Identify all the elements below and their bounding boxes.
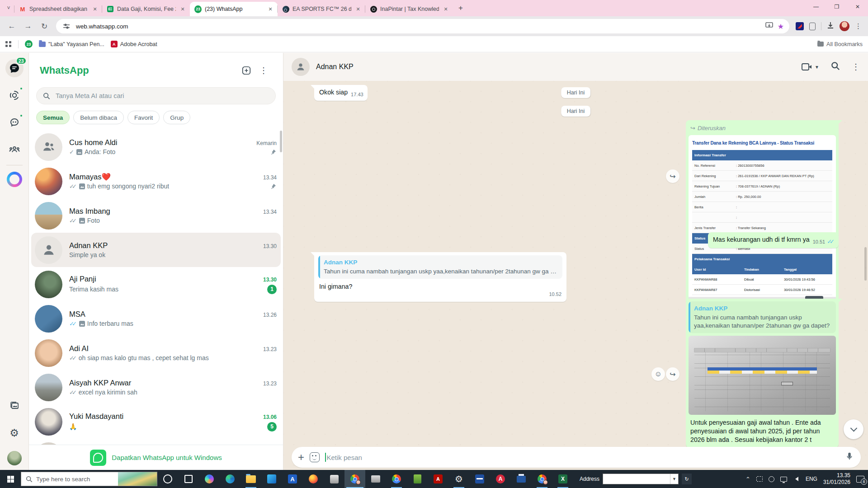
task-view-icon[interactable] — [178, 470, 199, 488]
chrome-profile3-icon[interactable] — [532, 470, 552, 488]
filter-favorit[interactable]: Favorit — [127, 111, 160, 124]
bookmark-laba[interactable]: "Laba" Yayasan Pen... — [39, 41, 104, 47]
quoted-message[interactable]: Adnan KKP Tahun ini cuma nambah tunjanga… — [689, 301, 836, 333]
extension-idm-icon[interactable] — [796, 22, 804, 30]
address-bar[interactable]: web.whatsapp.com ★ — [56, 19, 789, 33]
start-button[interactable] — [0, 470, 21, 488]
minimize-button[interactable]: — — [806, 0, 826, 14]
extension-icon[interactable] — [809, 23, 816, 30]
attach-plus-icon[interactable]: + — [298, 451, 304, 464]
search-bar[interactable] — [36, 87, 276, 104]
chat-list-item[interactable]: Mas Imbang13.34 ✓✓Foto — [29, 198, 283, 233]
notification-center-icon[interactable]: 8 — [856, 476, 864, 483]
conversation-header[interactable]: Adnan KKP ▼ ⋮ — [283, 53, 868, 81]
filter-semua[interactable]: Semua — [36, 111, 70, 124]
chevron-down-icon[interactable]: ▼ — [670, 474, 678, 484]
tab-sheets[interactable]: Data Gaji, Komisi, Fee 2026.xlsx ✕ — [102, 2, 190, 16]
nav-status-icon[interactable] — [5, 86, 24, 104]
profile-avatar[interactable] — [840, 21, 849, 31]
fax-app-icon[interactable] — [365, 470, 386, 488]
acrobat-taskbar-icon[interactable]: A — [428, 470, 448, 488]
message-outgoing-with-image[interactable]: Adnan KKP Tahun ini cuma nambah tunjanga… — [686, 299, 839, 448]
gray-app-icon[interactable] — [324, 470, 344, 488]
close-tab-icon[interactable]: ✕ — [354, 5, 362, 13]
conversation-scrollbar[interactable] — [864, 247, 867, 281]
maximize-button[interactable]: ❐ — [826, 0, 847, 14]
avira-icon[interactable]: A — [490, 470, 511, 488]
apps-grid-icon[interactable] — [5, 41, 12, 47]
nav-chats-icon[interactable]: 23 — [5, 59, 24, 77]
cortana-icon[interactable] — [157, 470, 178, 488]
bookmark-star-icon[interactable]: ★ — [778, 22, 784, 31]
chrome-active-icon[interactable] — [344, 470, 365, 488]
chat-list-item[interactable]: Aji Panji13.30 Terima kasih mas 1 — [29, 267, 283, 301]
all-bookmarks-button[interactable]: All Bookmarks — [817, 41, 863, 47]
tray-expand-icon[interactable]: ⌃ — [745, 476, 750, 483]
green-file-app-icon[interactable] — [407, 470, 428, 488]
firefox-icon[interactable] — [303, 470, 324, 488]
tray-app-icon[interactable] — [769, 476, 774, 482]
bookmark-acrobat[interactable]: A Adobe Acrobat — [111, 41, 157, 47]
meta-ai-icon[interactable] — [7, 172, 22, 187]
close-window-button[interactable]: ✕ — [847, 0, 868, 14]
react-emoji-button[interactable]: ☺ — [651, 367, 665, 381]
chat-list-item[interactable]: Mamayas❤️13.34 ✓✓tuh emg songong nyari2 … — [29, 164, 283, 198]
close-tab-icon[interactable]: ✕ — [267, 5, 274, 13]
contact-avatar[interactable] — [292, 58, 310, 76]
new-tab-button[interactable]: + — [455, 2, 467, 14]
filter-belum-dibaca[interactable]: Belum dibaca — [73, 111, 124, 124]
clock[interactable]: 13.35 31/01/2026 — [823, 472, 850, 486]
close-tab-icon[interactable]: ✕ — [179, 5, 186, 13]
search-input[interactable] — [56, 92, 269, 99]
scroll-to-bottom-button[interactable] — [844, 419, 863, 439]
tab-search-icon[interactable]: ˅ — [3, 2, 14, 14]
rail-media-icon[interactable] — [5, 397, 24, 415]
message-outgoing-forwarded[interactable]: ↪Diteruskan Transfer Dana ke Rekening BC… — [686, 120, 839, 310]
spreadsheet-photo[interactable] — [689, 336, 836, 415]
message-input[interactable]: Ketik pesan — [325, 453, 839, 462]
chat-list-scrollbar[interactable] — [280, 131, 282, 152]
chrome-profile2-icon[interactable] — [386, 470, 407, 488]
tab-gmail[interactable]: M Spreadsheet dibagikan kepada ✕ — [14, 2, 102, 16]
sticker-emoji-icon[interactable] — [310, 452, 320, 462]
snip-tool-icon[interactable] — [756, 476, 763, 482]
chat-list-item[interactable] — [29, 439, 283, 445]
bookmark-whatsapp[interactable]: 23 — [25, 40, 33, 48]
downloads-icon[interactable] — [827, 22, 834, 31]
file-explorer-icon[interactable] — [241, 470, 261, 488]
copilot-icon[interactable] — [199, 470, 220, 488]
voice-message-mic-icon[interactable] — [844, 451, 854, 463]
filter-grup[interactable]: Grup — [163, 111, 190, 124]
close-tab-icon[interactable]: ✕ — [91, 5, 99, 13]
message-incoming[interactable]: Okok siap17.43 — [314, 85, 368, 101]
video-call-button[interactable]: ▼ — [802, 63, 819, 71]
chat-list-item[interactable]: MSA13.26 ✓✓Info terbaru mas — [29, 301, 283, 336]
new-chat-icon[interactable] — [238, 62, 255, 79]
tab-inapintar[interactable]: InaPintar | Tax Knowledge ✕ — [365, 2, 453, 16]
blue-a-app-icon[interactable]: A — [282, 470, 303, 488]
network-icon[interactable] — [780, 477, 787, 482]
settings-taskbar-icon[interactable]: ⚙ — [448, 470, 469, 488]
install-app-icon[interactable] — [765, 22, 773, 31]
tab-whatsapp-active[interactable]: 23 (23) WhatsApp ✕ — [190, 2, 278, 16]
transfer-status-image[interactable]: Transfer Dana ke Rekening BCA Lainnya - … — [689, 135, 836, 307]
forward-icon[interactable]: → — [21, 19, 35, 33]
get-whatsapp-banner[interactable]: Dapatkan WhatsApp untuk Windows — [29, 445, 283, 470]
chrome-menu-icon[interactable]: ⋮ — [855, 22, 862, 30]
settings-gear-icon[interactable]: ⚙ — [5, 424, 24, 442]
address-input[interactable]: ▼ — [603, 474, 679, 484]
close-tab-icon[interactable]: ✕ — [442, 5, 449, 13]
chat-list-item[interactable]: Cus home AldiKemarin ✓Anda: Foto — [29, 130, 283, 164]
photos-app-icon[interactable] — [261, 470, 282, 488]
tab-steam[interactable]: EA SPORTS FC™ 26 di Steam ✕ — [278, 2, 365, 16]
chat-list-item[interactable]: Adi AI13.23 ✓✓oh siap mas kalo gtu mas ,… — [29, 336, 283, 370]
menu-kebab-icon[interactable]: ⋮ — [255, 62, 272, 79]
message-outgoing[interactable]: Mas kekurangan udh di tf kmrn ya10.51✓✓ — [708, 232, 839, 248]
nav-channels-icon[interactable] — [5, 113, 24, 131]
chat-menu-kebab-icon[interactable]: ⋮ — [852, 62, 860, 72]
nav-communities-icon[interactable] — [5, 141, 24, 159]
site-info-icon[interactable] — [61, 23, 71, 30]
search-in-chat-icon[interactable] — [831, 61, 840, 72]
message-composer[interactable]: + Ketik pesan — [292, 447, 861, 468]
edge-icon[interactable] — [220, 470, 241, 488]
